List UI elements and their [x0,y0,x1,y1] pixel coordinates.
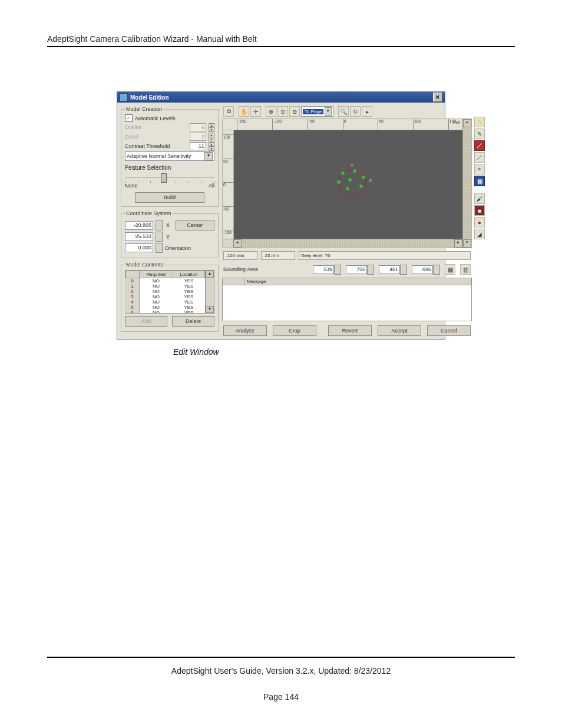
crosshair-icon[interactable]: ✛ [250,106,261,117]
build-button[interactable]: Build [135,192,204,203]
vertical-scrollbar[interactable]: ▴ ▾ [462,119,471,248]
coord-orientation-stepper[interactable] [156,243,163,253]
message-pane[interactable]: Message [222,278,472,321]
app-icon [120,93,128,101]
circle-icon[interactable]: ● [474,217,485,228]
footer-guide: AdeptSight User's Guide, Version 3.2.x, … [47,666,515,676]
square-icon[interactable]: ■ [474,205,485,216]
detail-label: Detail [125,134,187,140]
horizontal-scrollbar[interactable]: ◂ ▸ [223,239,462,248]
table-row[interactable]: 5NOYES [126,305,205,310]
pointer-icon[interactable]: ▸ [362,106,372,117]
model-creation-group: Model Creation ✓ Automatic Levels Outlin… [121,106,219,207]
scroll-left-icon[interactable]: ◂ [233,239,242,248]
image-viewer[interactable]: -150-100-50050100150 mm 100500-50-100 [222,118,472,248]
status-y: -23 mm [261,251,295,260]
contrast-threshold-input[interactable]: 11 [190,142,206,150]
revert-button[interactable]: Revert [328,325,372,336]
eraser-icon[interactable]: ✎ [474,129,485,139]
wand-icon[interactable]: ✨ [474,117,485,127]
accept-button[interactable]: Accept [378,325,421,336]
sensitivity-select[interactable]: Adaptive Normal Sensitivity ▾ [125,151,214,161]
analyze-button[interactable]: Analyze [223,325,267,336]
zoom-select[interactable]: To Page ▾ [301,106,333,117]
table-scrollbar[interactable]: ▲ ▼ [205,271,214,313]
coord-x-input[interactable]: -20.805 [125,221,153,230]
bounding-area-row: Bounding Area 539 755 461 696 ▦ ▥ [222,263,472,276]
model-creation-legend: Model Creation [125,106,163,112]
center-button[interactable]: Center [176,220,214,230]
coord-y-input[interactable]: 25.533 [125,232,153,241]
close-icon[interactable]: ✕ [433,93,442,102]
header-title: AdeptSight Camera Calibration Wizard - M… [47,34,257,44]
coord-orientation-input[interactable]: 0.000 [125,243,153,252]
model-contents-group: Model Contents Required Location 0NOYES1… [121,262,219,332]
table-row[interactable]: 0NOYES [126,278,205,284]
status-bar: -106 mm -23 mm Grey level: 76 [222,250,472,261]
cancel-button[interactable]: Cancel [427,325,471,336]
chevron-down-icon: ▾ [204,152,213,160]
bbox-2-input[interactable]: 755 [346,265,367,274]
grid2-icon[interactable]: ▥ [460,264,471,275]
delete-button[interactable]: Delete [172,316,214,327]
zoom-in-icon[interactable]: ⊕ [266,106,276,117]
scroll-right-icon[interactable]: ▸ [454,239,462,248]
bbox-3-stepper[interactable] [400,265,407,275]
scroll-up-icon[interactable]: ▲ [206,271,214,278]
detail-stepper: ▲▼ [209,133,214,141]
bbox-2-stepper[interactable] [367,265,374,275]
status-grey: Grey level: 76 [299,251,471,260]
zoom-100-icon[interactable]: ⊙ [277,106,288,117]
status-x: -106 mm [223,251,257,260]
table-row[interactable]: 2NOYES [126,289,205,294]
page-number: Page 144 [47,692,515,701]
feature-selection-label: Feature Selection [125,164,214,171]
triangle-icon[interactable]: ◢ [474,229,485,239]
feature-selection-slider[interactable] [125,173,214,182]
add-button: Add [125,316,167,327]
scroll-up-icon[interactable]: ▴ [463,119,471,127]
hand-icon[interactable]: ✋ [239,106,249,117]
page-header: AdeptSight Camera Calibration Wizard - M… [0,0,562,56]
grid-blue-icon[interactable]: ▦ [474,176,485,186]
coord-x-stepper[interactable] [156,220,163,230]
scroll-down-icon[interactable]: ▼ [206,306,214,313]
table-row[interactable]: 4NOYES [126,299,205,305]
outline-input: 6 [190,123,206,131]
automatic-levels-checkbox[interactable]: ✓ Automatic Levels [125,114,214,122]
page-footer: AdeptSight User's Guide, Version 3.2.x, … [0,645,562,728]
side-toolbar: ✨ ✎ ／ ／ ⌖ ▦ 🖌 ■ ● ◢ [474,106,484,336]
image-canvas[interactable]: X Y [234,130,462,239]
scroll-down-icon[interactable]: ▾ [463,239,471,248]
axis-y-label: Y [351,163,353,168]
ruler-x: -150-100-50050100150 mm [223,119,462,130]
titlebar[interactable]: Model Edition ✕ [117,92,445,103]
bbox-4-stepper[interactable] [433,265,440,275]
contrast-threshold-stepper[interactable]: ▲▼ [209,142,214,150]
coordinate-system-legend: Coordinate System [125,210,173,216]
bbox-1-input[interactable]: 539 [313,265,334,274]
table-row[interactable]: 1NOYES [126,284,205,289]
viewer-toolbar: ⧉ ✋ ✛ ⊕ ⊙ ⊖ To Page ▾ [222,106,472,117]
figure-caption: Edit Window [0,347,562,357]
detail-input: 2 [190,133,206,141]
rotate-icon[interactable]: ↻ [350,106,361,117]
zoom-out-icon[interactable]: ⊖ [289,106,300,117]
red-line-icon[interactable]: ／ [474,140,485,151]
outline-stepper: ▲▼ [209,123,214,131]
brush-icon[interactable]: 🖌 [474,193,485,204]
table-row[interactable]: 6NOYES [126,310,205,314]
target-icon[interactable]: ⌖ [474,164,485,174]
copy-icon[interactable]: ⧉ [223,106,234,117]
green-line-icon[interactable]: ／ [474,152,485,163]
bbox-4-input[interactable]: 696 [412,265,433,274]
model-contents-table[interactable]: Required Location 0NOYES1NOYES2NOYES3NOY… [125,270,214,314]
coord-y-stepper[interactable] [156,232,163,242]
grid-icon[interactable]: ▦ [445,264,455,275]
bbox-3-input[interactable]: 461 [379,265,400,274]
zoom-area-icon[interactable]: 🔍 [338,106,349,117]
table-row[interactable]: 3NOYES [126,294,205,299]
model-contents-legend: Model Contents [125,262,164,268]
bbox-1-stepper[interactable] [334,265,341,275]
crop-button[interactable]: Crop [273,325,316,336]
